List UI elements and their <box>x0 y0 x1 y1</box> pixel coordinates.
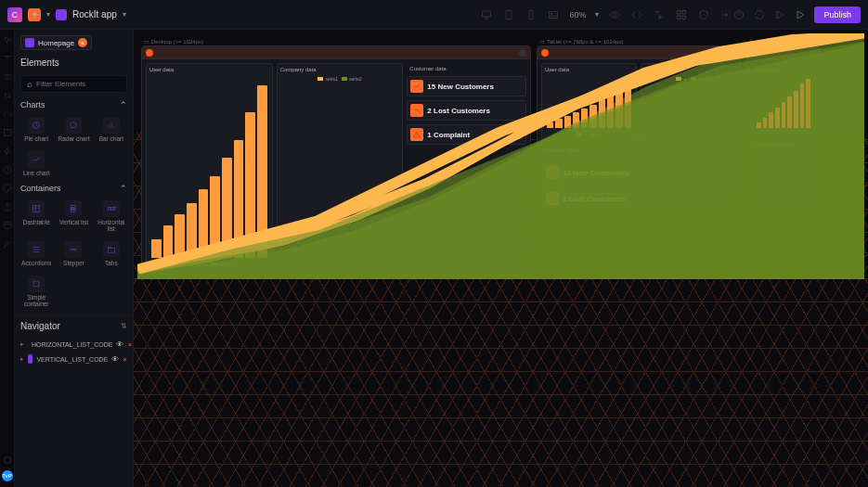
card-company-data: Company data <box>751 137 816 202</box>
svg-point-15 <box>4 456 11 464</box>
el-pie-chart[interactable]: Pie chart <box>19 113 54 146</box>
svg-point-25 <box>73 249 75 250</box>
topbar-left: C ▾ ▾ RockIt app ▾ <box>7 7 480 22</box>
nav-arrow-icon[interactable]: ▸ <box>20 340 24 348</box>
visibility-icon[interactable]: 👁 <box>116 340 123 349</box>
chevron-up-icon: ⌃ <box>120 100 127 109</box>
rail-text-icon[interactable] <box>3 54 12 63</box>
chevron-down-icon[interactable]: ▾ <box>46 10 50 19</box>
vp-mobile-frame[interactable]: User data Company data <box>746 45 821 217</box>
skip-icon[interactable] <box>773 8 786 21</box>
delete-icon[interactable]: × <box>127 340 132 349</box>
page-tab-homepage[interactable]: Homepage × <box>20 35 92 50</box>
el-dashtable[interactable]: Dashtable <box>19 197 54 236</box>
main-body: TvP Homepage × Elements ⌕ Charts ⌃ P <box>0 30 868 487</box>
nav-item-vertical[interactable]: ▸ VERTICAL_LIST_CODE 👁× <box>15 352 133 366</box>
help-icon[interactable] <box>732 8 745 21</box>
zoom-level[interactable]: 60% <box>569 10 586 19</box>
visibility-icon[interactable]: 👁 <box>111 355 119 364</box>
rail-pen-icon[interactable] <box>3 239 12 249</box>
rail-cursor-icon[interactable] <box>3 35 12 45</box>
eye-icon[interactable] <box>608 8 621 21</box>
group-charts[interactable]: Charts ⌃ <box>15 96 133 113</box>
app-switch-icon[interactable]: ▾ <box>28 8 41 21</box>
navigator-header: Navigator ⇅ <box>15 315 133 337</box>
el-horizontal-list[interactable]: Horizontal list <box>94 197 129 236</box>
svg-rect-23 <box>113 207 115 210</box>
app-name-chevron-icon[interactable]: ▾ <box>123 10 126 19</box>
translate-icon[interactable] <box>653 8 666 21</box>
navigator: Navigator ⇅ ▸ HORIZONTAL_LIST_CODE 👁× ▸ … <box>15 314 133 487</box>
svg-point-26 <box>75 249 77 250</box>
canvas[interactable]: ▭ Desktop (>= 1024px) User data <box>134 30 868 487</box>
containers-grid: Dashtable Vertical list Horizontal list … <box>15 197 133 311</box>
rail-settings-icon[interactable] <box>3 72 12 82</box>
side-panel: Homepage × Elements ⌕ Charts ⌃ Pie chart… <box>15 30 134 487</box>
el-simple-container[interactable]: Simple container <box>19 272 54 311</box>
el-radar-chart[interactable]: Radar chart <box>56 113 91 146</box>
nav-label: VERTICAL_LIST_CODE <box>36 356 108 363</box>
rail-clock-icon[interactable] <box>3 165 12 174</box>
user-avatar[interactable]: TvP <box>2 470 13 481</box>
svg-rect-6 <box>678 10 681 14</box>
svg-rect-28 <box>33 281 39 287</box>
group-containers-label: Containers <box>20 184 61 193</box>
svg-rect-0 <box>483 11 491 17</box>
el-bar-chart[interactable]: Bar chart <box>94 113 129 146</box>
svg-rect-22 <box>110 207 112 210</box>
refresh-icon[interactable] <box>753 8 766 21</box>
el-line-chart[interactable]: Line chart <box>19 147 54 180</box>
nav-arrow-icon[interactable]: ▸ <box>20 355 24 363</box>
page-tabs: Homepage × <box>15 30 133 50</box>
viewport-mobile: ▭ Mobile (<= 767px) User data Company da… <box>746 37 821 217</box>
el-stepper[interactable]: Stepper <box>56 237 91 270</box>
svg-rect-18 <box>71 206 76 208</box>
charts-grid: Pie chart Radar chart Bar chart Line cha… <box>15 113 133 180</box>
group-charts-label: Charts <box>20 100 45 109</box>
rail-bolt-icon[interactable] <box>3 147 12 156</box>
svg-point-5 <box>614 13 616 16</box>
nav-expand-icon[interactable]: ⇅ <box>121 322 127 330</box>
svg-rect-2 <box>529 10 533 19</box>
rail-help-icon[interactable] <box>3 455 12 465</box>
rail-palette-icon[interactable] <box>3 184 12 193</box>
rail-box-icon[interactable] <box>3 128 12 137</box>
device-desktop-icon[interactable] <box>480 8 493 21</box>
code-icon[interactable] <box>630 8 643 21</box>
chevron-up-icon: ⌃ <box>120 184 127 193</box>
shield-icon[interactable] <box>697 8 710 21</box>
rail-upload-icon[interactable] <box>3 202 12 211</box>
rail-db-icon[interactable] <box>3 221 12 230</box>
svg-point-4 <box>551 13 553 15</box>
rail-swap-icon[interactable] <box>3 91 12 100</box>
group-containers[interactable]: Containers ⌃ <box>15 180 133 197</box>
navigator-title: Navigator <box>20 321 60 331</box>
el-tabs[interactable]: Tabs <box>94 237 129 270</box>
page-tab-label: Homepage <box>38 39 74 47</box>
svg-rect-17 <box>33 206 40 212</box>
search-input[interactable] <box>36 80 121 88</box>
el-accordions[interactable]: Accordions <box>19 237 54 270</box>
zoom-chevron-icon[interactable]: ▾ <box>595 10 599 19</box>
app-name: RockIt app <box>72 9 117 19</box>
close-tab-icon[interactable]: × <box>78 38 87 47</box>
elements-search[interactable]: ⌕ <box>20 75 127 93</box>
svg-rect-12 <box>4 130 10 136</box>
device-tablet-icon[interactable] <box>502 8 515 21</box>
play-icon[interactable] <box>794 8 807 21</box>
nav-item-horizontal[interactable]: ▸ HORIZONTAL_LIST_CODE 👁× <box>15 337 133 352</box>
rail-code-icon[interactable] <box>3 109 12 119</box>
device-mobile-icon[interactable] <box>525 8 538 21</box>
topbar: C ▾ ▾ RockIt app ▾ 60% ▾ Publish <box>0 0 868 30</box>
nav-label: HORIZONTAL_LIST_CODE <box>32 341 112 348</box>
el-vertical-list[interactable]: Vertical list <box>56 197 91 236</box>
app-color-icon <box>56 9 67 20</box>
gear-icon[interactable] <box>719 8 732 21</box>
publish-button[interactable]: Publish <box>814 6 861 23</box>
svg-rect-1 <box>506 10 512 19</box>
image-icon[interactable] <box>547 8 560 21</box>
grid-icon[interactable] <box>675 8 688 21</box>
app-logo[interactable]: C <box>7 7 22 22</box>
page-tab-icon <box>25 38 34 47</box>
delete-icon[interactable]: × <box>123 355 127 364</box>
